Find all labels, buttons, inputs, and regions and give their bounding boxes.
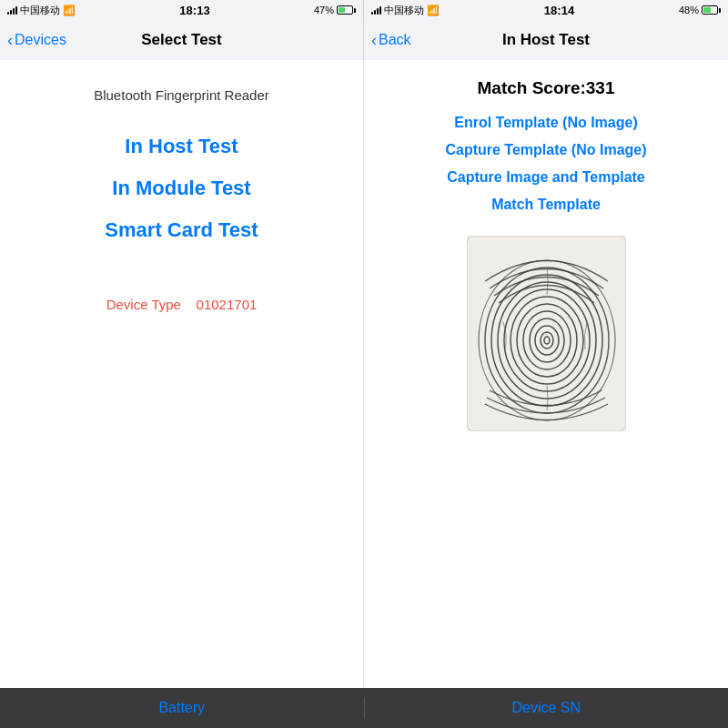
menu-item-smart-card-test[interactable]: Smart Card Test: [105, 218, 258, 242]
right-battery-pct: 48%: [679, 5, 699, 15]
fingerprint-container: [464, 233, 628, 433]
device-label: Bluetooth Fingerprint Reader: [94, 87, 269, 103]
footer: Battery Device SN: [0, 688, 728, 728]
action-capture-image-template[interactable]: Capture Image and Template: [447, 169, 645, 186]
left-status-right: 47%: [314, 5, 356, 15]
status-bars: 中国移动 📶 18:13 47% 中国移动 📶 18:14: [0, 0, 728, 20]
device-type-info: Device Type 01021701: [106, 297, 258, 312]
fingerprint-image: [467, 236, 626, 431]
left-nav-bar: ‹ Devices Select Test: [0, 20, 364, 60]
device-type-value: 01021701: [197, 297, 258, 312]
main-content: Bluetooth Fingerprint Reader In Host Tes…: [0, 60, 728, 688]
left-status-left: 中国移动 📶: [7, 4, 76, 17]
left-carrier: 中国移动: [20, 4, 60, 17]
right-panel: Match Score:331 Enrol Template (No Image…: [364, 60, 728, 688]
right-status-left: 中国移动 📶: [371, 4, 440, 17]
device-type-label: Device Type: [106, 297, 181, 312]
device-sn-button[interactable]: Device SN: [365, 700, 729, 716]
right-wifi-icon: 📶: [427, 5, 440, 16]
right-chevron-icon: ‹: [371, 32, 377, 48]
left-panel: Bluetooth Fingerprint Reader In Host Tes…: [0, 60, 364, 688]
right-time: 18:14: [544, 4, 574, 17]
action-match-template[interactable]: Match Template: [491, 197, 601, 213]
left-back-label[interactable]: Devices: [15, 32, 66, 48]
left-battery-pct: 47%: [314, 5, 334, 15]
right-battery-icon: [702, 5, 721, 15]
left-nav-title: Select Test: [141, 31, 222, 49]
left-wifi-icon: 📶: [63, 5, 76, 16]
right-status-right: 48%: [679, 5, 721, 15]
right-back-label[interactable]: Back: [379, 32, 411, 48]
battery-button[interactable]: Battery: [0, 700, 364, 716]
battery-label[interactable]: Battery: [158, 700, 205, 716]
menu-item-in-module-test[interactable]: In Module Test: [112, 177, 250, 200]
right-back-button[interactable]: ‹ Back: [371, 32, 411, 48]
right-status-bar: 中国移动 📶 18:14 48%: [364, 0, 728, 20]
left-status-bar: 中国移动 📶 18:13 47%: [0, 0, 364, 20]
match-score: Match Score:331: [477, 78, 614, 98]
right-carrier: 中国移动: [384, 4, 424, 17]
right-nav-title: In Host Test: [502, 31, 590, 49]
device-sn-label[interactable]: Device SN: [511, 700, 581, 716]
right-signal-bars: [371, 5, 381, 15]
left-time: 18:13: [179, 4, 209, 17]
action-enrol-template[interactable]: Enrol Template (No Image): [454, 115, 638, 131]
left-battery-icon: [337, 5, 356, 15]
left-chevron-icon: ‹: [7, 32, 13, 48]
nav-bars: ‹ Devices Select Test ‹ Back In Host Tes…: [0, 20, 728, 60]
left-signal-bars: [7, 5, 17, 15]
action-capture-template[interactable]: Capture Template (No Image): [445, 142, 646, 158]
right-nav-bar: ‹ Back In Host Test: [364, 20, 728, 60]
left-back-button[interactable]: ‹ Devices: [7, 32, 66, 48]
menu-item-in-host-test[interactable]: In Host Test: [125, 135, 238, 158]
